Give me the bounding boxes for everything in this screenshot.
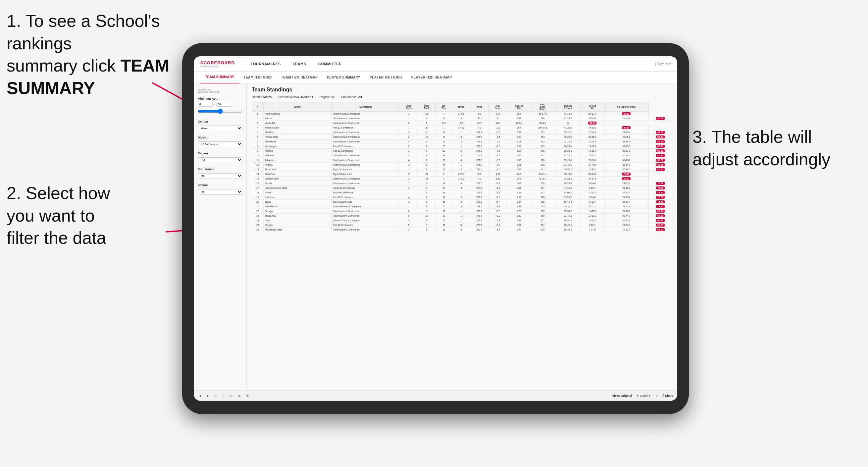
col-vstop50: Vs Top 50 Points <box>604 102 648 112</box>
cell-data: 80.34 <box>648 167 672 172</box>
subnav-player-h2h-heatmap[interactable]: PLAYER H2H HEATMAP <box>407 71 457 84</box>
cell-school[interactable]: Mississippi State <box>263 227 332 232</box>
cell-data: 3 <box>400 163 418 167</box>
cell-data: -5.8 <box>489 209 508 214</box>
cell-school[interactable]: Florida State <box>263 135 332 139</box>
conference-select[interactable]: (All) <box>198 173 242 179</box>
col-vstop25: Vs Top25 <box>581 102 604 112</box>
cell-school[interactable]: California <box>263 195 332 200</box>
cell-data: 86.11 <box>604 112 648 116</box>
region-select[interactable]: N/A <box>198 157 242 163</box>
cell-data: 1.98 <box>508 149 530 153</box>
cell-data: 2.70 <box>489 112 508 116</box>
cell-school[interactable]: Texas Tech <box>263 167 332 172</box>
subnav-player-h2h-grid[interactable]: PLAYER H2H GRID <box>365 71 407 84</box>
cell-school[interactable]: Tennessee <box>263 139 332 144</box>
cell-school[interactable]: Oregon <box>263 223 332 227</box>
toolbar-forward[interactable]: ▶ <box>205 394 210 398</box>
cell-school[interactable]: North Carolina <box>263 112 332 116</box>
cell-data: 1 <box>436 126 453 130</box>
nav-signout[interactable]: | Sign out <box>655 62 671 66</box>
cell-data: 2.37 <box>508 130 530 135</box>
cell-data: 271 <box>530 223 555 227</box>
subnav-player-summary[interactable]: PLAYER SUMMARY <box>322 71 365 84</box>
cell-data: 79.47 <box>604 172 648 177</box>
toolbar-share-icon[interactable]: ⤴ <box>221 394 225 398</box>
school-select[interactable]: (All) <box>198 189 242 195</box>
division-select[interactable]: NCAA Division I <box>198 142 242 147</box>
cell-data: 26 <box>436 200 453 204</box>
toolbar-zoom[interactable]: ⊕ <box>237 394 242 398</box>
cell-data: 68.42 <box>648 214 672 218</box>
cell-data: 2 <box>400 144 418 149</box>
cell-school[interactable]: Auburn <box>263 116 332 121</box>
nav-committee[interactable]: COMMITTEE <box>312 56 348 71</box>
rank-badge: 76.16 <box>656 186 665 189</box>
cell-school[interactable]: Duke <box>263 218 332 223</box>
toolbar-back[interactable]: ◀ <box>198 394 203 398</box>
rank-badge: 80.94 <box>656 154 665 157</box>
toolbar-view[interactable]: View: Original <box>612 394 632 398</box>
toolbar-reload[interactable]: ↻ <box>213 394 218 398</box>
cell-data: 269 <box>530 200 555 204</box>
cell-data: 82.31 <box>648 149 672 153</box>
toolbar-bookmark[interactable]: □+ <box>228 394 234 398</box>
cell-school[interactable]: New Mexico <box>263 204 332 209</box>
toolbar-clock[interactable]: ⏱ <box>245 394 250 398</box>
cell-school[interactable]: Florida <box>263 181 332 186</box>
cell-data: 44-24-1 <box>581 177 604 181</box>
table-row: 22GeorgiaSoutheastern Conference87211279… <box>252 209 672 214</box>
cell-data: 0 <box>452 223 470 227</box>
cell-school[interactable]: Texas A&M <box>263 214 332 218</box>
cell-data: 87-21-2 <box>555 186 581 190</box>
cell-school[interactable]: Alabama <box>263 153 332 158</box>
nav-tournaments[interactable]: TOURNAMENTS <box>245 56 287 71</box>
cell-data: 1.41 <box>508 204 530 209</box>
cell-school[interactable]: Arizona <box>263 149 332 153</box>
filter-min-rank: Minimum Ro... - <box>198 97 242 115</box>
filter-school: School (All) <box>198 184 242 195</box>
cell-school[interactable]: Arkansas <box>263 158 332 163</box>
cell-school[interactable]: Georgia Tech <box>263 177 332 181</box>
cell-data: 104-42-3 <box>555 167 581 172</box>
cell-school[interactable]: Vanderbilt <box>263 121 332 126</box>
col-adj-score: Adj.Score <box>489 102 508 112</box>
gender-select[interactable]: Men's <box>198 126 242 131</box>
cell-school[interactable]: Washington <box>263 144 332 149</box>
subnav-team-h2h-heatmap[interactable]: TEAM H2H HEATMAP <box>277 71 322 84</box>
cell-school[interactable]: Virginia <box>263 163 332 167</box>
cell-data: 29-15-1 <box>604 130 648 135</box>
min-rank-input[interactable] <box>198 102 213 107</box>
cell-data: 1.44 <box>508 200 530 204</box>
cell-school[interactable]: Illinois <box>263 190 332 195</box>
cell-data: 23 <box>418 112 436 116</box>
cell-data: -5.5 <box>489 139 508 144</box>
cell-data: 277.0 <box>470 158 489 163</box>
cell-data: 2 <box>400 121 418 126</box>
nav-teams[interactable]: TEAMS <box>287 56 312 71</box>
subnav-team-summary[interactable]: TEAM SUMMARY <box>200 71 239 84</box>
cell-school[interactable]: Oklahoma <box>263 172 332 177</box>
cell-school[interactable]: Georgia <box>263 209 332 214</box>
table-header: # School Conference Avg.Rank ConfRank No… <box>252 102 672 112</box>
toolbar-expand[interactable]: ⤢ <box>654 394 660 398</box>
table-meta: Gender: Men's Division: NCAA Division I … <box>252 95 672 99</box>
cell-data: 23-33-1 <box>604 223 648 227</box>
cell-data: 7 <box>418 209 436 214</box>
table-row: 9ArizonaPac-12 Conference38222276.3-4.61… <box>252 149 672 153</box>
cell-data: 217 <box>530 153 555 158</box>
cell-school[interactable]: Ole Miss <box>263 130 332 135</box>
cell-school[interactable]: East Tennessee State <box>263 186 332 190</box>
cell-school[interactable]: Texas <box>263 200 332 204</box>
cell-school[interactable]: Arizona State <box>263 126 332 130</box>
rank-badge: 82.56 <box>656 163 665 166</box>
cell-data: 9-14-0 <box>581 195 604 200</box>
cell-data: 68.13 <box>648 227 672 232</box>
toolbar-share[interactable]: ⤴ Share <box>662 394 673 398</box>
max-rank-input[interactable] <box>216 102 231 107</box>
rank-slider[interactable] <box>198 108 242 114</box>
toolbar-watch[interactable]: 👁 Watch ▾ <box>634 394 652 398</box>
cell-data: 12-14-1 <box>581 130 604 135</box>
subnav-team-h2h-grid[interactable]: TEAM H2H GRID <box>239 71 276 84</box>
table-row: 14OklahomaBig 12 Conference2242279.8-5.2… <box>252 172 672 177</box>
